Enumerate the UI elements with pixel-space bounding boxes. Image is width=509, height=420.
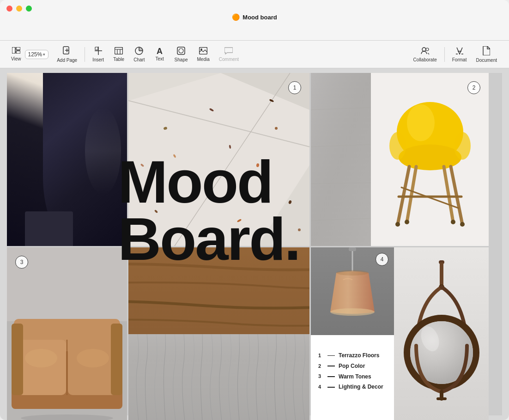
- info-dash-2: [327, 366, 335, 366]
- format-icon: [455, 47, 464, 56]
- comment-label: Comment: [219, 57, 239, 62]
- toolbar-separator-1: [85, 47, 85, 62]
- app-icon: 🟠: [232, 13, 240, 21]
- toolbar-chart[interactable]: Chart: [129, 45, 149, 64]
- info-text-1: Terrazzo Floors: [339, 352, 379, 360]
- toolbar-collaborate[interactable]: Collaborate: [409, 45, 442, 64]
- svg-point-33: [275, 127, 278, 130]
- svg-point-62: [405, 220, 409, 224]
- cell-pendant[interactable]: 4: [311, 247, 394, 335]
- view-label: View: [11, 56, 21, 61]
- svg-point-61: [460, 222, 465, 227]
- shape-icon: [177, 47, 185, 56]
- shape-label: Shape: [175, 57, 188, 62]
- page-badge-3: 3: [15, 256, 28, 269]
- info-list: 1 Terrazzo Floors 2 Pop Color 3 W: [318, 352, 387, 391]
- svg-point-83: [336, 270, 369, 276]
- toolbar-add-page[interactable]: Add Page: [52, 44, 82, 65]
- close-button[interactable]: [6, 6, 12, 12]
- cell-wood[interactable]: [128, 247, 309, 334]
- svg-rect-80: [349, 247, 356, 251]
- collaborate-label: Collaborate: [413, 57, 437, 62]
- cell-mirror[interactable]: [394, 247, 489, 420]
- cell-top-right: 2: [311, 73, 489, 246]
- cell-info: 1 Terrazzo Floors 2 Pop Color 3 W: [311, 335, 394, 420]
- toolbar-insert[interactable]: Insert: [88, 45, 109, 64]
- svg-rect-44: [311, 73, 371, 246]
- svg-rect-2: [16, 51, 20, 54]
- svg-rect-1: [16, 47, 20, 50]
- cell-concrete-wall[interactable]: [311, 73, 371, 246]
- zoom-control[interactable]: 125% ▾: [25, 50, 49, 59]
- svg-rect-71: [111, 324, 122, 395]
- page-badge-4: 4: [376, 253, 388, 266]
- info-item-3: 3 Warm Tones: [318, 373, 387, 381]
- info-dash-3: [327, 376, 335, 377]
- svg-rect-70: [12, 324, 23, 395]
- svg-point-17: [179, 48, 183, 53]
- svg-rect-8: [95, 47, 98, 50]
- comment-icon: [224, 47, 233, 56]
- format-label: Format: [452, 57, 467, 62]
- zoom-chevron: ▾: [43, 52, 45, 57]
- svg-rect-9: [115, 47, 123, 54]
- info-item-2: 2 Pop Color: [318, 362, 387, 370]
- text-label: Text: [155, 56, 164, 61]
- svg-point-40: [298, 228, 301, 231]
- svg-point-82: [330, 308, 375, 316]
- maximize-button[interactable]: [26, 6, 32, 12]
- svg-rect-0: [12, 47, 15, 54]
- svg-rect-79: [128, 334, 309, 420]
- svg-point-51: [389, 132, 406, 160]
- info-text-2: Pop Color: [339, 362, 365, 370]
- svg-point-60: [395, 222, 400, 227]
- cell-sofa[interactable]: 3: [7, 247, 127, 420]
- toolbar-shape[interactable]: Shape: [170, 45, 193, 64]
- info-num-3: 3: [318, 373, 324, 380]
- info-num-2: 2: [318, 363, 324, 370]
- document-label: Document: [476, 58, 497, 63]
- table-label: Table: [113, 57, 124, 62]
- page-badge-1: 1: [288, 81, 301, 94]
- minimize-button[interactable]: [16, 6, 22, 12]
- moodboard: 1: [7, 73, 502, 415]
- insert-label: Insert: [92, 57, 104, 62]
- cell-leather-chair[interactable]: [7, 73, 127, 246]
- window-controls: [0, 0, 509, 12]
- collaborate-icon: [421, 47, 429, 56]
- insert-icon: [95, 47, 102, 56]
- info-dash-1: [327, 355, 335, 356]
- info-num-4: 4: [318, 384, 324, 390]
- toolbar-media[interactable]: Media: [193, 45, 214, 64]
- toolbar-format[interactable]: Format: [448, 45, 472, 64]
- title-bar: 🟠 Mood board: [0, 0, 509, 41]
- cell-fur[interactable]: [128, 334, 309, 420]
- cell-yellow-chair[interactable]: 2: [371, 73, 489, 246]
- toolbar-table[interactable]: Table: [109, 45, 129, 64]
- window-title-row: 🟠 Mood board: [0, 12, 509, 21]
- window-title: Mood board: [242, 14, 277, 21]
- toolbar: View 125% ▾ Add Page Insert Table Chart: [0, 41, 509, 68]
- toolbar-comment[interactable]: Comment: [214, 45, 243, 64]
- cell-terrazzo[interactable]: 1: [128, 73, 309, 246]
- media-label: Media: [197, 57, 210, 62]
- cell-bot-mid: [128, 247, 309, 420]
- info-item-1: 1 Terrazzo Floors: [318, 352, 387, 360]
- toolbar-separator-2: [444, 47, 445, 62]
- info-text-3: Warm Tones: [339, 373, 371, 381]
- svg-point-52: [454, 132, 471, 160]
- text-icon: A: [157, 47, 163, 55]
- svg-point-20: [422, 48, 426, 51]
- chart-icon: [135, 47, 143, 56]
- cell-bot-right: 4: [311, 247, 489, 420]
- svg-point-63: [451, 220, 455, 224]
- chart-label: Chart: [133, 57, 145, 62]
- canvas-area: 1: [0, 68, 509, 420]
- add-page-label: Add Page: [57, 58, 77, 63]
- svg-point-73: [77, 349, 109, 367]
- toolbar-view[interactable]: View: [7, 45, 25, 63]
- toolbar-document[interactable]: Document: [471, 44, 502, 65]
- toolbar-text[interactable]: A Text: [150, 45, 170, 63]
- add-page-icon: [63, 46, 71, 57]
- svg-point-72: [25, 349, 57, 367]
